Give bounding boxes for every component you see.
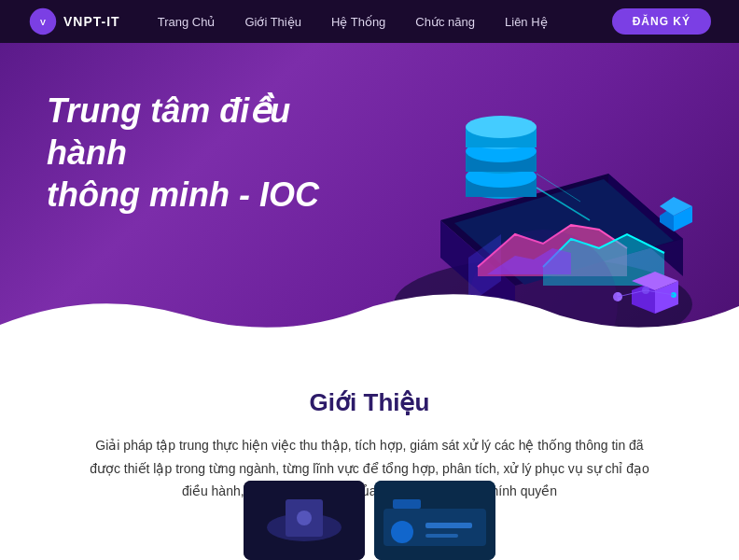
svg-point-37 [297, 511, 312, 525]
logo-area[interactable]: V VNPT-IT [28, 7, 120, 36]
svg-text:V: V [40, 18, 46, 27]
hero-wave [0, 287, 739, 360]
svg-rect-42 [425, 523, 472, 528]
hero-title-line2: thông minh - IOC [47, 175, 319, 214]
svg-rect-43 [425, 534, 458, 538]
intro-title: Giới Thiệu [75, 388, 664, 417]
logo-icon: V [28, 7, 58, 36]
hero-section: Trung tâm điều hành thông minh - IOC [0, 43, 739, 360]
register-button[interactable]: ĐĂNG KÝ [612, 8, 711, 35]
nav-link-he-thong[interactable]: Hệ Thống [331, 15, 385, 29]
svg-point-41 [391, 521, 413, 543]
nav-link-chuc-nang[interactable]: Chức năng [415, 15, 475, 29]
intro-section: Giới Thiệu Giải pháp tập trung thực hiện… [0, 360, 739, 560]
svg-point-19 [466, 116, 537, 138]
svg-rect-40 [393, 499, 421, 509]
navbar: V VNPT-IT Trang Chủ Giới Thiệu Hệ Thống … [0, 0, 739, 43]
logo-text: VNPT-IT [63, 14, 120, 29]
nav-link-trang-chu[interactable]: Trang Chủ [158, 15, 216, 29]
thumbnail-1 [244, 481, 365, 560]
bottom-thumbnails [244, 481, 495, 560]
nav-links: Trang Chủ Giới Thiệu Hệ Thống Chức năng … [158, 15, 612, 29]
nav-link-gioi-thieu[interactable]: Giới Thiệu [244, 15, 301, 29]
thumbnail-2 [374, 481, 495, 560]
nav-link-lien-he[interactable]: Liên Hệ [505, 15, 548, 29]
hero-title-line1: Trung tâm điều hành [47, 91, 290, 172]
hero-title: Trung tâm điều hành thông minh - IOC [47, 90, 345, 216]
